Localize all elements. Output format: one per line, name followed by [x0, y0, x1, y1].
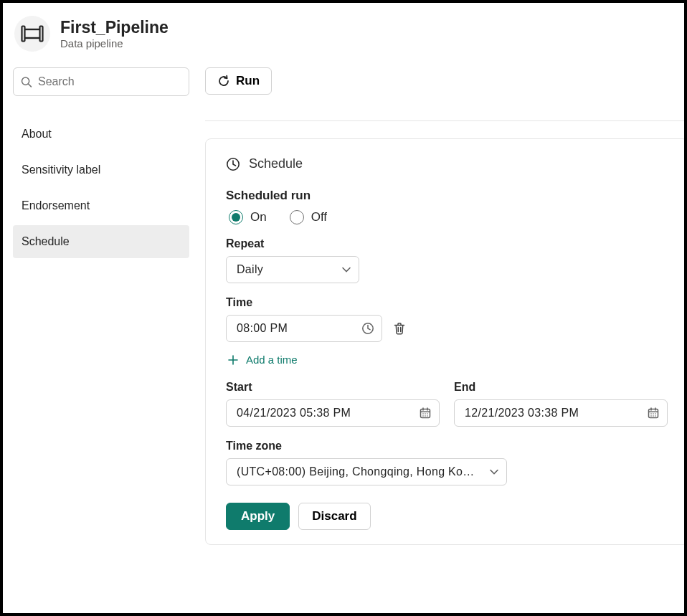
- timezone-value: (UTC+08:00) Beijing, Chongqing, Hong Kon…: [237, 465, 480, 478]
- timezone-select[interactable]: (UTC+08:00) Beijing, Chongqing, Hong Kon…: [226, 458, 507, 485]
- time-value: 08:00 PM: [237, 322, 288, 335]
- delete-time-button[interactable]: [392, 321, 407, 336]
- svg-line-5: [29, 84, 32, 87]
- time-field[interactable]: 08:00 PM: [226, 315, 382, 342]
- schedule-panel: Schedule Scheduled run On Off Repeat Dai…: [205, 138, 687, 545]
- chevron-down-icon: [341, 265, 351, 275]
- svg-point-14: [427, 413, 428, 414]
- search-box[interactable]: [13, 67, 189, 96]
- end-datetime-field[interactable]: 12/21/2023 03:38 PM: [454, 399, 668, 427]
- discard-button-label: Discard: [312, 509, 356, 523]
- svg-point-25: [650, 415, 652, 417]
- pipeline-icon: [14, 16, 50, 52]
- radio-on[interactable]: On: [229, 210, 267, 224]
- svg-point-15: [422, 415, 424, 417]
- svg-point-13: [425, 413, 426, 414]
- divider: [205, 120, 687, 121]
- radio-on-label: On: [250, 210, 267, 224]
- start-label: Start: [226, 381, 440, 394]
- refresh-icon: [217, 75, 230, 87]
- repeat-label: Repeat: [226, 237, 668, 250]
- svg-rect-0: [22, 27, 25, 42]
- sidebar-item-label: About: [22, 128, 52, 141]
- start-value: 04/21/2023 05:38 PM: [237, 407, 351, 420]
- clock-icon: [361, 322, 374, 335]
- panel-heading: Schedule: [249, 156, 303, 171]
- main-content: Run Schedule Scheduled run On: [205, 67, 687, 606]
- run-button[interactable]: Run: [205, 67, 272, 95]
- calendar-icon: [419, 407, 432, 420]
- search-input[interactable]: [38, 75, 181, 88]
- radio-off[interactable]: Off: [290, 210, 327, 224]
- sidebar-item-label: Endorsement: [22, 199, 90, 212]
- svg-point-16: [425, 415, 426, 417]
- end-value: 12/21/2023 03:38 PM: [465, 407, 579, 420]
- apply-button[interactable]: Apply: [226, 503, 290, 530]
- page-title: First_Pipeline: [60, 18, 169, 38]
- start-datetime-field[interactable]: 04/21/2023 05:38 PM: [226, 399, 440, 427]
- clock-icon: [226, 157, 240, 171]
- repeat-select[interactable]: Daily: [226, 256, 359, 283]
- add-time-button[interactable]: Add a time: [226, 354, 298, 366]
- sidebar-item-endorsement[interactable]: Endorsement: [13, 189, 189, 222]
- svg-point-24: [655, 413, 656, 414]
- search-icon: [21, 76, 32, 88]
- svg-rect-1: [40, 27, 43, 42]
- radio-off-label: Off: [311, 210, 327, 224]
- radio-dot-icon: [229, 210, 243, 224]
- sidebar-item-label: Schedule: [22, 235, 70, 248]
- sidebar: About Sensitivity label Endorsement Sche…: [13, 67, 189, 606]
- sidebar-item-about[interactable]: About: [13, 118, 189, 151]
- time-label: Time: [226, 296, 668, 309]
- end-label: End: [454, 381, 668, 394]
- svg-point-22: [650, 413, 652, 414]
- plus-icon: [227, 354, 239, 366]
- run-button-label: Run: [236, 74, 260, 88]
- discard-button[interactable]: Discard: [298, 503, 370, 530]
- repeat-value: Daily: [237, 263, 263, 276]
- svg-point-12: [422, 413, 424, 414]
- add-time-label: Add a time: [246, 354, 298, 366]
- svg-point-26: [653, 415, 654, 417]
- sidebar-item-label: Sensitivity label: [22, 164, 100, 176]
- svg-point-17: [427, 415, 428, 417]
- scheduled-run-label: Scheduled run: [226, 189, 668, 203]
- sidebar-item-sensitivity-label[interactable]: Sensitivity label: [13, 153, 189, 186]
- radio-dot-icon: [290, 210, 304, 224]
- calendar-icon: [647, 407, 660, 420]
- trash-icon: [392, 321, 407, 336]
- sidebar-item-schedule[interactable]: Schedule: [13, 225, 189, 258]
- apply-button-label: Apply: [241, 509, 275, 523]
- svg-point-27: [655, 415, 656, 417]
- page-header: First_Pipeline Data pipeline: [13, 16, 677, 52]
- svg-point-23: [653, 413, 654, 414]
- chevron-down-icon: [489, 467, 499, 477]
- timezone-label: Time zone: [226, 440, 668, 452]
- page-subtitle: Data pipeline: [60, 37, 169, 49]
